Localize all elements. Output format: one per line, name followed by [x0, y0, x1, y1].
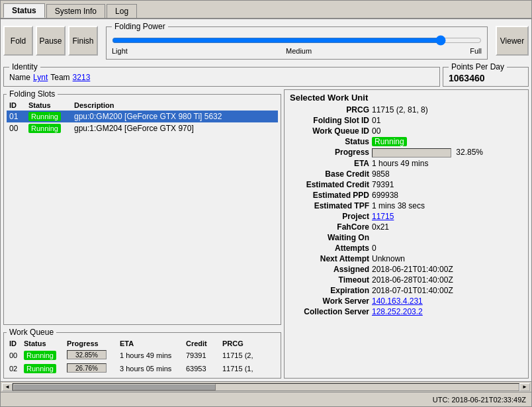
queue-02-credit: 63953 — [186, 365, 222, 373]
swu-collection-server-link[interactable]: 128.252.203.2 — [372, 307, 423, 316]
scroll-right-arrow[interactable]: ► — [519, 383, 530, 391]
swu-eta-row: ETA 1 hours 49 mins — [290, 159, 523, 168]
fold-button[interactable]: Fold — [3, 26, 33, 56]
swu-assigned-row: Assigned 2018-06-21T01:40:00Z — [290, 265, 523, 274]
queue-02-id: 02 — [9, 365, 24, 373]
swu-work-queue-label: Work Queue ID — [290, 126, 369, 136]
swu-prcg-row: PRCG 11715 (2, 81, 8) — [290, 105, 523, 114]
fp-labels: Light Medium Full — [112, 47, 482, 55]
queue-02-eta: 3 hours 05 mins — [120, 365, 186, 373]
queue-02-progress: 26.76% — [67, 363, 120, 374]
name-value[interactable]: Lynt — [33, 73, 48, 82]
viewer-button[interactable]: Viewer — [496, 26, 529, 56]
queue-00-status-badge: Running — [24, 351, 56, 360]
folding-power-slider[interactable] — [112, 35, 482, 46]
folding-power-fieldset: Folding Power Light Medium Full — [106, 22, 488, 60]
swu-work-queue-value: 00 — [372, 126, 523, 136]
swu-prcg-label: PRCG — [290, 105, 369, 114]
queue-col-prcg: PRCG — [222, 339, 275, 347]
swu-assigned-label: Assigned — [290, 265, 369, 274]
swu-work-server-label: Work Server — [290, 296, 369, 306]
swu-work-queue-row: Work Queue ID 00 — [290, 126, 523, 136]
swu-eta-value: 1 hours 49 mins — [372, 159, 523, 168]
middle-row: Folding Slots ID Status Description 01 R… — [3, 89, 529, 379]
queue-00-credit: 79391 — [186, 351, 222, 359]
folding-slots-legend: Folding Slots — [7, 89, 58, 99]
swu-prcg-value: 11715 (2, 81, 8) — [372, 105, 523, 114]
queue-col-status: Status — [24, 339, 67, 347]
swu-progress-text: 32.85% — [456, 148, 483, 157]
folding-slots-fieldset: Folding Slots ID Status Description 01 R… — [3, 89, 281, 325]
name-label: Name — [9, 73, 30, 82]
ppd-legend: Points Per Day — [449, 62, 507, 71]
bottom-scrollbar-bar: ◄ ► — [1, 381, 531, 392]
swu-next-attempt-value: Unknown — [372, 254, 523, 263]
swu-collection-server-label: Collection Server — [290, 307, 369, 316]
swu-expiration-row: Expiration 2018-07-01T01:40:00Z — [290, 286, 523, 295]
identity-content: Name Lynt Team 3213 — [9, 73, 434, 82]
slots-table-header: ID Status Description — [7, 100, 278, 111]
swu-folding-slot-label: Folding Slot ID — [290, 116, 369, 125]
work-queue-legend: Work Queue — [7, 328, 56, 337]
swu-work-server-value: 140.163.4.231 — [372, 296, 523, 306]
swu-timeout-value: 2018-06-28T01:40:00Z — [372, 275, 523, 285]
swu-progress-value: 32.85% — [372, 148, 523, 158]
slots-col-desc: Description — [74, 101, 275, 109]
swu-fahcore-row: FahCore 0x21 — [290, 222, 523, 232]
swu-folding-slot-row: Folding Slot ID 01 — [290, 116, 523, 125]
queue-row-00[interactable]: 00 Running 32.85% 1 hours 49 mins 79391 — [7, 349, 278, 362]
swu-est-tpf-label: Estimated TPF — [290, 201, 369, 210]
fp-label-light: Light — [112, 47, 128, 55]
swu-project-row: Project 11715 — [290, 212, 523, 221]
folding-power-legend: Folding Power — [112, 22, 168, 31]
queue-00-eta: 1 hours 49 mins — [120, 351, 186, 359]
queue-00-progress-text: 32.85% — [67, 351, 106, 360]
swu-est-ppd-label: Estimated PPD — [290, 191, 369, 200]
swu-progress-bar — [372, 148, 451, 158]
swu-est-tpf-value: 1 mins 38 secs — [372, 201, 523, 210]
swu-status-badge: Running — [372, 137, 407, 146]
swu-expiration-label: Expiration — [290, 286, 369, 295]
slot-row-01[interactable]: 01 Running gpu:0:GM200 [GeForce GTX 980 … — [7, 111, 278, 122]
swu-progress-label: Progress — [290, 148, 369, 158]
queue-row-02[interactable]: 02 Running 26.76% 3 hours 05 mins 63953 — [7, 362, 278, 375]
swu-est-ppd-row: Estimated PPD 699938 — [290, 191, 523, 200]
queue-col-credit: Credit — [186, 339, 222, 347]
swu-est-ppd-value: 699938 — [372, 191, 523, 200]
swu-project-link[interactable]: 11715 — [372, 212, 394, 221]
main-content: Fold Pause Finish Folding Power Light Me… — [1, 19, 531, 381]
fold-controls: Fold Pause Finish — [3, 26, 98, 56]
queue-00-id: 00 — [9, 351, 24, 359]
swu-project-label: Project — [290, 212, 369, 221]
h-scrollbar-thumb[interactable] — [13, 384, 216, 390]
slot-01-status-badge: Running — [28, 112, 61, 121]
slot-row-00[interactable]: 00 Running gpu:1:GM204 [GeForce GTX 970] — [7, 122, 278, 134]
tab-status[interactable]: Status — [3, 3, 45, 18]
swu-next-attempt-row: Next Attempt Unknown — [290, 254, 523, 263]
queue-02-progress-bar: 26.76% — [67, 363, 107, 373]
swu-timeout-row: Timeout 2018-06-28T01:40:00Z — [290, 275, 523, 285]
swu-base-credit-row: Base Credit 9858 — [290, 169, 523, 179]
swu-attempts-row: Attempts 0 — [290, 244, 523, 253]
swu-work-server-row: Work Server 140.163.4.231 — [290, 296, 523, 306]
queue-00-progress: 32.85% — [67, 350, 120, 361]
swu-est-credit-label: Estimated Credit — [290, 180, 369, 189]
swu-assigned-value: 2018-06-21T01:40:00Z — [372, 265, 523, 274]
queue-table-header: ID Status Progress ETA Credit PRCG — [7, 338, 278, 349]
pause-button[interactable]: Pause — [36, 26, 66, 56]
swu-work-server-link[interactable]: 140.163.4.231 — [372, 296, 423, 306]
slot-00-status: Running — [28, 124, 71, 133]
h-scrollbar[interactable] — [13, 383, 519, 391]
tab-log[interactable]: Log — [107, 4, 137, 18]
slot-01-id: 01 — [9, 112, 26, 121]
team-value[interactable]: 3213 — [73, 73, 91, 82]
identity-fieldset: Identity Name Lynt Team 3213 — [3, 62, 440, 87]
swu-collection-server-value: 128.252.203.2 — [372, 307, 523, 316]
slots-col-id: ID — [9, 101, 26, 109]
tab-system-info[interactable]: System Info — [46, 4, 105, 18]
finish-button[interactable]: Finish — [68, 26, 98, 56]
work-queue-fieldset: Work Queue ID Status Progress ETA Credit… — [3, 328, 281, 379]
scroll-left-arrow[interactable]: ◄ — [2, 383, 13, 391]
swu-next-attempt-label: Next Attempt — [290, 254, 369, 263]
selected-work-unit-panel: Selected Work Unit PRCG 11715 (2, 81, 8)… — [284, 89, 529, 379]
